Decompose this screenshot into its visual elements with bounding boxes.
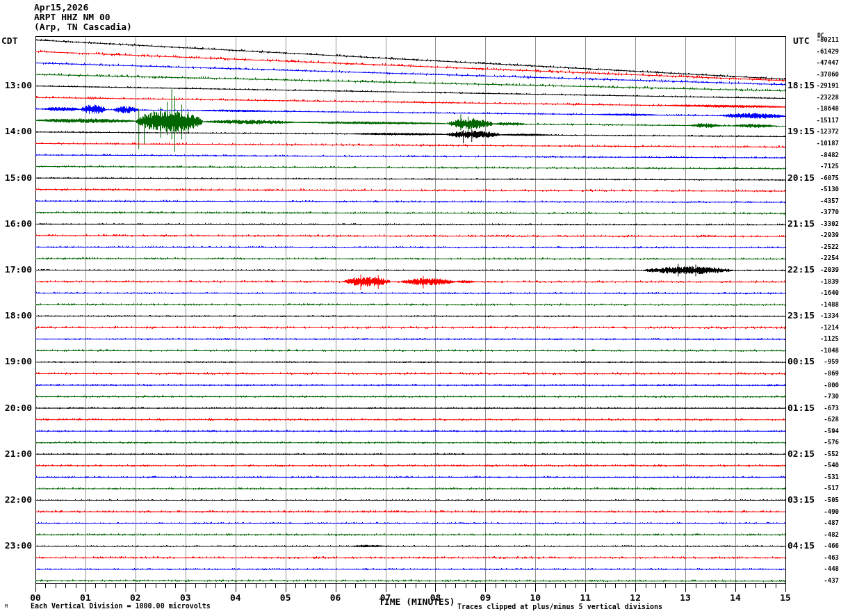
webicorder-page: Apr15,2026 ARPT HHZ NM 00 (Arp, TN Casca… xyxy=(0,0,841,616)
dc-offset-value: -487 xyxy=(805,519,839,526)
x-tick-label: 12 xyxy=(621,592,649,603)
x-tick-label: 06 xyxy=(322,592,350,603)
dc-offset-value: -869 xyxy=(805,370,839,377)
left-hour-label: 17:00 xyxy=(0,264,32,275)
left-hour-label: 20:00 xyxy=(0,403,32,413)
dc-offset-value: -80211 xyxy=(805,36,839,43)
dc-offset-value: -1334 xyxy=(805,312,839,319)
dc-offset-value: -29191 xyxy=(805,82,839,89)
dc-offset-value: -37060 xyxy=(805,71,839,78)
dc-offset-value: -1125 xyxy=(805,335,839,342)
left-hour-label: 21:00 xyxy=(0,448,32,459)
dc-offset-value: -12372 xyxy=(805,128,839,135)
corner-mark: M xyxy=(5,603,8,609)
dc-offset-value: -1640 xyxy=(805,289,839,296)
dc-offset-value: -552 xyxy=(805,451,839,457)
x-tick-label: 10 xyxy=(521,592,549,603)
left-hour-label: 18:00 xyxy=(0,310,32,321)
dc-offset-value: -3770 xyxy=(805,209,839,216)
dc-offset-value: -517 xyxy=(805,485,839,492)
dc-offset-value: -7125 xyxy=(805,163,839,170)
dc-offset-value: -576 xyxy=(805,439,839,446)
x-tick-label: 01 xyxy=(72,592,99,603)
dc-offset-value: -2939 xyxy=(805,232,839,238)
dc-offset-value: -1839 xyxy=(805,278,839,285)
dc-offset-value: -959 xyxy=(805,358,839,365)
dc-offset-value: -437 xyxy=(805,577,839,584)
x-tick-label: 14 xyxy=(721,592,749,603)
x-tick-label: 15 xyxy=(771,592,799,603)
x-tick-label: 09 xyxy=(471,592,499,603)
title-location: (Arp, TN Cascadia) xyxy=(34,22,132,32)
dc-offset-value: -3302 xyxy=(805,220,839,227)
dc-offset-value: -673 xyxy=(805,405,839,412)
dc-offset-value: -5130 xyxy=(805,186,839,193)
dc-offset-value: -448 xyxy=(805,565,839,572)
dc-offset-value: -540 xyxy=(805,462,839,469)
left-timezone-label: CDT xyxy=(1,35,17,46)
dc-offset-value: -531 xyxy=(805,473,839,480)
left-hour-label: 19:00 xyxy=(0,356,32,366)
dc-offset-value: -463 xyxy=(805,554,839,561)
dc-offset-value: -2254 xyxy=(805,254,839,261)
x-tick-label: 04 xyxy=(222,592,250,603)
dc-offset-value: -10187 xyxy=(805,140,839,147)
dc-offset-value: -2522 xyxy=(805,243,839,250)
x-tick-label: 13 xyxy=(671,592,699,603)
dc-offset-value: -594 xyxy=(805,428,839,435)
dc-offset-value: -4357 xyxy=(805,197,839,204)
x-tick-label: 02 xyxy=(122,592,149,603)
dc-offset-value: -730 xyxy=(805,393,839,400)
left-hour-label: 23:00 xyxy=(0,540,32,551)
seismogram-canvas xyxy=(0,0,841,616)
scale-note: Each Vertical Division = 1000.00 microvo… xyxy=(31,602,211,610)
dc-offset-value: -482 xyxy=(805,531,839,538)
dc-offset-value: -2039 xyxy=(805,266,839,273)
dc-offset-value: -61429 xyxy=(805,48,839,55)
dc-offset-value: -1214 xyxy=(805,324,839,331)
left-hour-label: 13:00 xyxy=(0,80,32,90)
x-tick-label: 11 xyxy=(571,592,599,603)
left-hour-label: 22:00 xyxy=(0,494,32,505)
left-hour-label: 14:00 xyxy=(0,126,32,136)
dc-offset-value: -505 xyxy=(805,496,839,503)
clip-note: Traces clipped at plus/minus 5 vertical … xyxy=(457,603,662,610)
title-date: Apr15,2026 xyxy=(34,2,88,13)
dc-offset-value: -490 xyxy=(805,508,839,515)
left-hour-label: 15:00 xyxy=(0,172,32,183)
dc-offset-value: -8482 xyxy=(805,152,839,159)
dc-offset-value: -15117 xyxy=(805,117,839,124)
x-tick-label: 00 xyxy=(22,592,49,603)
x-axis-title: TIME (MINUTES) xyxy=(379,597,455,607)
x-tick-label: 03 xyxy=(172,592,199,603)
dc-offset-value: -628 xyxy=(805,416,839,423)
left-hour-label: 16:00 xyxy=(0,218,32,229)
dc-offset-value: -1488 xyxy=(805,301,839,308)
x-tick-label: 05 xyxy=(272,592,300,603)
dc-offset-value: -466 xyxy=(805,542,839,549)
title-station: ARPT HHZ NM 00 xyxy=(34,12,111,22)
dc-offset-value: -800 xyxy=(805,382,839,389)
dc-offset-value: -6075 xyxy=(805,175,839,181)
dc-offset-value: -47447 xyxy=(805,59,839,66)
dc-offset-value: -18648 xyxy=(805,105,839,112)
dc-offset-value: -1048 xyxy=(805,347,839,354)
dc-offset-value: -23228 xyxy=(805,94,839,101)
